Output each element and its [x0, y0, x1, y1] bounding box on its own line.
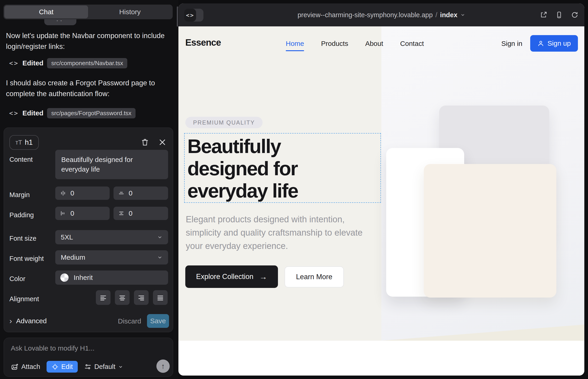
element-editor-panel: ᴛT h1 Content Beautifully designed for e…: [4, 127, 173, 332]
align-right-icon: [137, 294, 145, 301]
nav-link-products[interactable]: Products: [321, 40, 348, 47]
chat-panel: Chat History .. Now let's update the Nav…: [0, 0, 178, 379]
font-weight-label: Font weight: [9, 255, 44, 262]
chevron-down-icon: [157, 235, 163, 240]
padding-x-field[interactable]: [55, 207, 110, 220]
refresh-icon: [571, 11, 578, 19]
tab-history[interactable]: History: [88, 5, 172, 18]
align-left-button[interactable]: [96, 290, 110, 305]
url-path: index: [440, 11, 458, 19]
content-input[interactable]: Beautifully designed for everyday life: [55, 150, 168, 179]
hero-paragraph: Elegant products designed with intention…: [186, 213, 378, 253]
assistant-message: I should also create a Forgot Password p…: [6, 78, 169, 99]
advanced-toggle[interactable]: › Advanced: [9, 316, 47, 325]
edited-label: Edited: [22, 109, 44, 117]
hero-heading[interactable]: Beautifully designed for everyday life: [187, 135, 298, 202]
code-icon: <>: [9, 59, 19, 67]
default-mode-select[interactable]: Default: [84, 363, 123, 371]
margin-vertical-icon: [118, 190, 124, 196]
site-logo[interactable]: Essence: [185, 37, 221, 48]
margin-y-input[interactable]: [129, 189, 156, 197]
chevron-down-icon: [118, 364, 123, 369]
chevron-down-icon: [460, 12, 465, 17]
discard-button[interactable]: Discard: [118, 317, 141, 325]
file-badge[interactable]: src/pages/ForgotPassword.tsx: [47, 108, 136, 118]
site-nav: Home Products About Contact: [286, 40, 424, 47]
align-justify-icon: [156, 294, 164, 301]
font-size-select[interactable]: 5XL: [55, 230, 168, 244]
font-size-label: Font size: [9, 235, 36, 242]
explore-collection-button[interactable]: Explore Collection →: [185, 266, 278, 288]
assistant-message: Now let's update the Navbar component to…: [6, 30, 169, 52]
padding-label: Padding: [9, 211, 34, 219]
edit-label: Edit: [61, 363, 73, 371]
arrow-right-icon: →: [259, 272, 267, 281]
padding-y-input[interactable]: [129, 209, 156, 217]
external-link-icon: [540, 11, 547, 19]
color-label: Color: [9, 275, 25, 283]
chevron-down-icon: [157, 255, 163, 260]
selected-element-tag[interactable]: ᴛT h1: [9, 135, 39, 150]
refresh-button[interactable]: [571, 11, 578, 19]
close-editor-button[interactable]: [158, 138, 167, 147]
preview-actions: [540, 3, 578, 26]
nav-link-home[interactable]: Home: [286, 40, 304, 47]
arrow-up-icon: ↑: [161, 362, 165, 370]
margin-y-field[interactable]: [113, 187, 168, 200]
browser-preview: <> preview--charming-site-symphony.lovab…: [178, 3, 584, 376]
chat-scrollbar[interactable]: [177, 6, 178, 27]
url-host: preview--charming-site-symphony.lovable.…: [297, 11, 433, 19]
align-left-icon: [99, 294, 107, 301]
font-weight-select[interactable]: Medium: [55, 250, 168, 265]
sign-in-link[interactable]: Sign in: [501, 40, 522, 47]
composer-toolbar: Attach Edit Default: [11, 361, 123, 373]
attach-image-icon: [11, 363, 19, 371]
file-badge[interactable]: src/components/Navbar.tsx: [47, 58, 127, 68]
align-right-button[interactable]: [134, 290, 149, 305]
preview-header: <> preview--charming-site-symphony.lovab…: [178, 3, 584, 26]
edit-mode-button[interactable]: Edit: [46, 361, 78, 373]
hero-heading-line: Beautifully: [187, 135, 298, 157]
padding-horizontal-icon: [60, 210, 66, 217]
edited-file-row: <> Edited src/components/Navbar.tsx: [9, 58, 127, 68]
tab-chat[interactable]: Chat: [4, 5, 88, 18]
align-justify-button[interactable]: [153, 290, 168, 305]
sign-up-button[interactable]: Sign up: [530, 35, 578, 52]
mobile-view-button[interactable]: [556, 11, 563, 19]
alignment-label: Alignment: [9, 295, 39, 303]
user-icon: [537, 40, 544, 47]
site-page: Essence Home Products About Contact Sign…: [178, 26, 584, 376]
color-field[interactable]: Inherit: [55, 270, 168, 285]
attach-label: Attach: [21, 363, 40, 371]
default-label: Default: [94, 363, 115, 371]
align-center-icon: [118, 294, 126, 301]
sliders-icon: [84, 363, 92, 371]
chat-composer: Attach Edit Default: [4, 338, 173, 377]
margin-x-field[interactable]: [55, 187, 110, 200]
send-button[interactable]: ↑: [156, 360, 170, 373]
advanced-label: Advanced: [16, 317, 46, 325]
attach-button[interactable]: Attach: [11, 363, 40, 371]
padding-x-input[interactable]: [70, 209, 98, 217]
clipped-file-badge: ..: [44, 19, 76, 25]
margin-x-input[interactable]: [70, 189, 98, 197]
hero-heading-line: designed for: [187, 157, 298, 180]
url-bar[interactable]: preview--charming-site-symphony.lovable.…: [178, 3, 584, 26]
url-separator: /: [435, 11, 437, 19]
padding-y-field[interactable]: [113, 207, 168, 220]
composer-input[interactable]: [11, 344, 162, 352]
color-value: Inherit: [74, 274, 93, 282]
learn-more-button[interactable]: Learn More: [285, 266, 344, 287]
explore-collection-label: Explore Collection: [196, 272, 253, 281]
save-button[interactable]: Save: [147, 314, 169, 328]
open-external-button[interactable]: [540, 11, 547, 19]
decorative-beige-card: [424, 164, 556, 298]
align-center-button[interactable]: [115, 290, 130, 305]
trash-icon: [140, 138, 149, 147]
sign-up-label: Sign up: [547, 39, 571, 47]
hero-heading-line: everyday life: [187, 180, 298, 202]
delete-element-button[interactable]: [140, 138, 149, 147]
nav-link-contact[interactable]: Contact: [400, 40, 424, 47]
nav-link-about[interactable]: About: [365, 40, 383, 47]
edited-label: Edited: [22, 59, 44, 67]
